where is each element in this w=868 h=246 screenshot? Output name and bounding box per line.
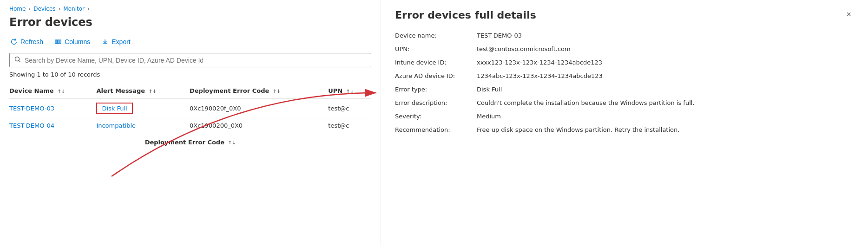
page-title: Error devices xyxy=(9,16,371,29)
search-icon xyxy=(14,56,21,64)
alert-disk-full[interactable]: Disk Full xyxy=(96,103,132,114)
svg-rect-2 xyxy=(59,40,61,44)
col-deployment-error[interactable]: Deployment Error Code ↑↓ xyxy=(190,84,328,98)
panel-title: Error devices full details xyxy=(395,9,536,21)
export-icon xyxy=(101,38,109,45)
detail-value-7: Free up disk space on the Windows partit… xyxy=(477,126,854,133)
sort-icon-upn: ↑↓ xyxy=(346,89,354,94)
toolbar: Refresh Columns Export xyxy=(9,36,371,47)
chevron-icon-3: › xyxy=(87,6,90,12)
right-panel: Error devices full details × Device name… xyxy=(381,0,868,246)
col-device-name[interactable]: Device Name ↑↓ xyxy=(9,84,96,98)
breadcrumb-devices[interactable]: Devices xyxy=(33,6,55,12)
device-link-2[interactable]: TEST-DEMO-04 xyxy=(9,122,54,129)
refresh-icon xyxy=(10,38,18,45)
search-bar[interactable] xyxy=(9,53,371,67)
detail-label-5: Error description: xyxy=(395,99,469,106)
sort-icon-footer: ↑↓ xyxy=(228,140,236,145)
error-code-2: 0Xc1900200_0X0 xyxy=(190,118,328,133)
breadcrumb: Home › Devices › Monitor › xyxy=(9,6,371,12)
table-footer: Deployment Error Code ↑↓ xyxy=(9,139,371,146)
refresh-label: Refresh xyxy=(20,38,43,45)
sort-icon-deployment: ↑↓ xyxy=(273,89,281,94)
sort-icon-alert: ↑↓ xyxy=(149,89,157,94)
panel-header: Error devices full details × xyxy=(395,9,854,21)
columns-icon xyxy=(54,38,62,45)
detail-value-5: Couldn't complete the installation becau… xyxy=(477,99,854,106)
breadcrumb-monitor[interactable]: Monitor xyxy=(63,6,85,12)
refresh-button[interactable]: Refresh xyxy=(9,36,44,47)
detail-value-0: TEST-DEMO-03 xyxy=(477,32,854,39)
upn-1: test@c xyxy=(328,98,371,118)
detail-label-3: Azure AD device ID: xyxy=(395,72,469,79)
detail-value-6: Medium xyxy=(477,113,854,120)
chevron-icon-1: › xyxy=(28,6,31,12)
table-row: TEST-DEMO-03 Disk Full 0Xc190020f_0X0 te… xyxy=(9,98,371,118)
detail-label-2: Intune device ID: xyxy=(395,59,469,66)
detail-label-7: Recommendation: xyxy=(395,126,469,133)
detail-value-1: test@contoso.onmicrosoft.com xyxy=(477,45,854,52)
data-table: Device Name ↑↓ Alert Message ↑↓ Deployme… xyxy=(9,84,371,133)
svg-rect-0 xyxy=(55,40,57,44)
export-button[interactable]: Export xyxy=(100,36,131,47)
breadcrumb-home[interactable]: Home xyxy=(9,6,26,12)
chevron-icon-2: › xyxy=(59,6,61,12)
columns-button[interactable]: Columns xyxy=(53,36,91,47)
columns-label: Columns xyxy=(65,38,90,45)
export-label: Export xyxy=(112,38,130,45)
table-row: TEST-DEMO-04 Incompatible 0Xc1900200_0X0… xyxy=(9,118,371,133)
search-input[interactable] xyxy=(25,57,366,64)
alert-incompatible[interactable]: Incompatible xyxy=(96,122,136,129)
detail-value-3: 1234abc-123x-123x-1234-1234abcde123 xyxy=(477,72,854,79)
detail-value-4: Disk Full xyxy=(477,86,854,93)
device-link-1[interactable]: TEST-DEMO-03 xyxy=(9,105,54,112)
sort-icon-device-name: ↑↓ xyxy=(57,89,65,94)
records-info: Showing 1 to 10 of 10 records xyxy=(9,71,371,78)
detail-label-4: Error type: xyxy=(395,86,469,93)
error-code-1: 0Xc190020f_0X0 xyxy=(190,98,328,118)
upn-2: test@c xyxy=(328,118,371,133)
col-alert-message[interactable]: Alert Message ↑↓ xyxy=(96,84,190,98)
detail-label-1: UPN: xyxy=(395,45,469,52)
col-upn[interactable]: UPN ↑↓ xyxy=(328,84,371,98)
detail-label-0: Device name: xyxy=(395,32,469,39)
detail-value-2: xxxx123-123x-123x-1234-1234abcde123 xyxy=(477,59,854,66)
left-panel: Home › Devices › Monitor › Error devices… xyxy=(0,0,381,246)
svg-rect-1 xyxy=(58,40,59,44)
detail-label-6: Severity: xyxy=(395,113,469,120)
detail-grid: Device name: TEST-DEMO-03 UPN: test@cont… xyxy=(395,32,854,133)
close-button[interactable]: × xyxy=(843,9,854,19)
